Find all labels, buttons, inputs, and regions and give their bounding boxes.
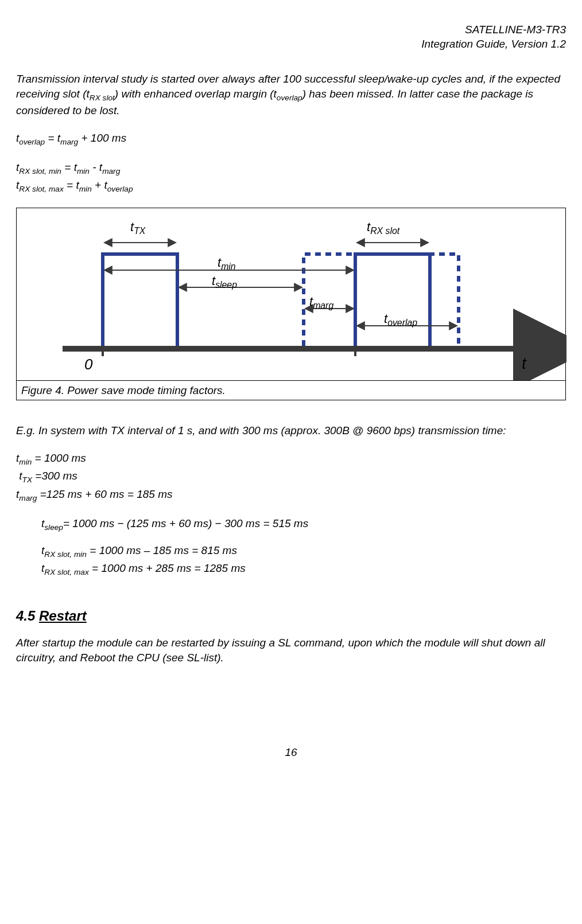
example-givens: tmin = 1000 ms tTX =300 ms tmarg =125 ms…	[16, 451, 566, 504]
restart-paragraph: After startup the module can be restarte…	[16, 636, 566, 665]
label-t-axis: t	[522, 353, 526, 375]
label-t-marg: tmarg	[309, 293, 333, 312]
label-t-overlap: toverlap	[384, 310, 417, 329]
header-line1: SATELLINE-M3-TR3	[16, 23, 566, 37]
label-zero: 0	[84, 354, 92, 375]
timing-diagram: tTX tRX slot tmin tsleep tmarg toverlap …	[17, 208, 565, 380]
section-4-5-heading: 4.5 Restart	[16, 607, 566, 625]
label-t-min: tmin	[218, 254, 236, 273]
label-t-rx: tRX slot	[367, 219, 399, 237]
intro-paragraph: Transmission interval study is started o…	[16, 72, 566, 118]
example-lead: E.g. In system with TX interval of 1 s, …	[16, 423, 566, 438]
page-header: SATELLINE-M3-TR3 Integration Guide, Vers…	[16, 23, 566, 51]
header-line2: Integration Guide, Version 1.2	[16, 37, 566, 52]
page-number: 16	[16, 745, 566, 760]
equation-overlap: toverlap = tmarg + 100 ms	[16, 131, 566, 147]
equation-rxslot: tRX slot, min = tmin - tmarg tRX slot, m…	[16, 160, 566, 195]
figure-4: tTX tRX slot tmin tsleep tmarg toverlap …	[16, 208, 566, 401]
label-t-sleep: tsleep	[212, 272, 237, 291]
example-computed: tsleep= 1000 ms − (125 ms + 60 ms) − 300…	[41, 516, 566, 578]
figure-caption: Figure 4. Power save mode timing factors…	[17, 380, 565, 400]
label-t-tx: tTX	[130, 219, 145, 237]
